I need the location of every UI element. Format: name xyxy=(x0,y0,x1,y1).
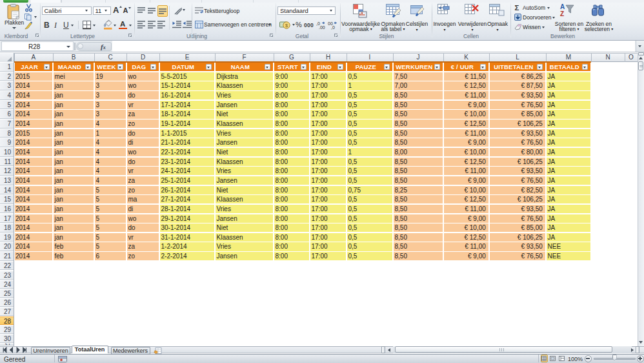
svg-text:.00: .00 xyxy=(319,25,325,30)
svg-text:A: A xyxy=(560,3,565,10)
svg-text:,0: ,0 xyxy=(331,25,335,30)
svg-text:Z: Z xyxy=(560,10,564,17)
